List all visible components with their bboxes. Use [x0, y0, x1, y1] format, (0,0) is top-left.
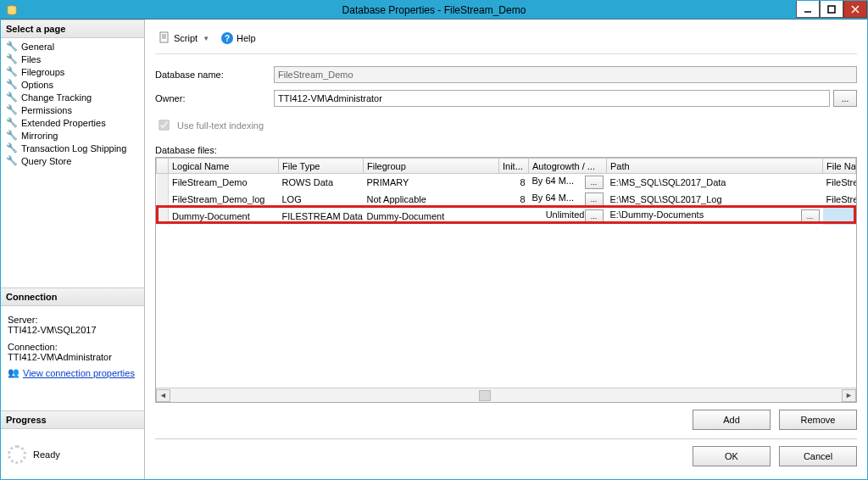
horizontal-scrollbar[interactable]: ◄ ►: [156, 388, 856, 402]
sidebar: Select a page 🔧General 🔧Files 🔧Filegroup…: [1, 20, 145, 480]
database-files-label: Database files:: [155, 145, 857, 155]
remove-button[interactable]: Remove: [779, 410, 857, 430]
col-init-size[interactable]: Init...: [499, 159, 529, 174]
script-button[interactable]: Script ▼: [155, 30, 213, 47]
nav-query-store[interactable]: 🔧Query Store: [1, 154, 144, 167]
scroll-thumb[interactable]: [479, 390, 491, 401]
help-label: Help: [236, 33, 256, 43]
title-bar: Database Properties - FileStream_Demo: [1, 1, 867, 20]
window-title: Database Properties - FileStream_Demo: [1, 4, 867, 16]
scroll-track[interactable]: [170, 389, 842, 402]
nav-options[interactable]: 🔧Options: [1, 78, 144, 91]
autogrowth-browse-button[interactable]: ...: [585, 176, 604, 189]
path-browse-button[interactable]: ...: [801, 209, 820, 223]
nav-label: Transaction Log Shipping: [21, 143, 126, 153]
nav-general[interactable]: 🔧General: [1, 40, 144, 53]
owner-input[interactable]: [274, 90, 830, 107]
connection-header: Connection: [1, 287, 144, 306]
nav-mirroring[interactable]: 🔧Mirroring: [1, 129, 144, 142]
cancel-button[interactable]: Cancel: [779, 446, 857, 466]
help-button[interactable]: ? Help: [218, 31, 259, 46]
ok-button[interactable]: OK: [693, 446, 771, 466]
nav-label: Files: [21, 54, 41, 64]
scroll-left-arrow-icon[interactable]: ◄: [156, 389, 170, 402]
table-row[interactable]: FileStream_Demo_log LOG Not Applicable 8…: [157, 191, 856, 208]
ellipsis-icon: ...: [842, 94, 849, 103]
wrench-icon: 🔧: [6, 155, 18, 166]
owner-browse-button[interactable]: ...: [833, 90, 857, 107]
svg-rect-5: [160, 32, 168, 42]
nav-files[interactable]: 🔧Files: [1, 53, 144, 65]
chevron-down-icon: ▼: [203, 35, 209, 42]
col-logical-name[interactable]: Logical Name: [169, 159, 279, 174]
nav-change-tracking[interactable]: 🔧Change Tracking: [1, 91, 144, 103]
fulltext-label: Use full-text indexing: [177, 120, 264, 131]
nav-permissions[interactable]: 🔧Permissions: [1, 103, 144, 116]
server-label: Server:: [8, 315, 137, 325]
wrench-icon: 🔧: [6, 41, 18, 52]
cell-init: 8: [499, 174, 529, 192]
wrench-icon: 🔧: [6, 104, 18, 115]
owner-label: Owner:: [155, 93, 274, 103]
col-autogrowth[interactable]: Autogrowth / ...: [529, 159, 607, 174]
cell-filename: FileStream_Demo.mdf: [823, 174, 856, 192]
select-page-header: Select a page: [1, 20, 144, 38]
cell-filename[interactable]: [823, 208, 856, 225]
fulltext-checkbox: [159, 120, 170, 131]
autogrowth-browse-button[interactable]: ...: [585, 209, 604, 223]
progress-status: Ready: [33, 449, 60, 460]
wrench-icon: 🔧: [6, 142, 18, 153]
nav-label: Permissions: [21, 105, 72, 115]
nav-transaction-log-shipping[interactable]: 🔧Transaction Log Shipping: [1, 142, 144, 154]
cell-filegroup: Not Applicable: [364, 191, 499, 208]
main-panel: Script ▼ ? Help Database name: Owner: ..…: [145, 20, 867, 480]
wrench-icon: 🔧: [6, 79, 18, 90]
nav-label: General: [21, 42, 54, 52]
close-button[interactable]: [843, 1, 867, 18]
cell-path: E:\Dummy-Documents...: [607, 208, 823, 225]
cell-filetype: ROWS Data: [279, 174, 364, 192]
progress-block: Ready: [1, 429, 144, 480]
nav-extended-properties[interactable]: 🔧Extended Properties: [1, 116, 144, 129]
minimize-button[interactable]: [796, 1, 820, 18]
cell-init: 8: [499, 191, 529, 208]
connection-people-icon: 👥: [8, 367, 19, 378]
wrench-icon: 🔧: [6, 117, 18, 128]
cell-logical: Dummy-Document: [169, 208, 279, 225]
cell-filetype: LOG: [279, 191, 364, 208]
nav-filegroups[interactable]: 🔧Filegroups: [1, 65, 144, 78]
cell-filetype: FILESTREAM Data: [279, 208, 364, 225]
cell-logical: FileStream_Demo_log: [169, 191, 279, 208]
col-file-name[interactable]: File Name: [823, 159, 856, 174]
view-connection-properties-link[interactable]: View connection properties: [23, 368, 135, 378]
connection-value: TTI412-VM\Administrator: [8, 352, 137, 362]
cell-autogrowth: Unlimited...: [529, 208, 607, 225]
table-row[interactable]: Dummy-Document FILESTREAM Data Dummy-Doc…: [157, 208, 856, 225]
svg-rect-2: [828, 6, 835, 13]
progress-spinner-icon: [8, 445, 26, 464]
cell-filename: FileStream_Demo_log.ldf: [823, 191, 856, 208]
col-filegroup[interactable]: Filegroup: [364, 159, 499, 174]
wrench-icon: 🔧: [6, 66, 18, 77]
cell-autogrowth: By 64 M......: [529, 174, 607, 192]
cell-path: E:\MS_SQL\SQL2017_Data: [607, 174, 823, 192]
maximize-button[interactable]: [820, 1, 843, 18]
wrench-icon: 🔧: [6, 53, 18, 64]
table-row[interactable]: FileStream_Demo ROWS Data PRIMARY 8 By 6…: [157, 174, 856, 192]
grid-header-row: Logical Name File Type Filegroup Init...…: [157, 159, 856, 174]
col-file-type[interactable]: File Type: [279, 159, 364, 174]
cell-autogrowth: By 64 M......: [529, 191, 607, 208]
database-files-grid[interactable]: Logical Name File Type Filegroup Init...…: [155, 157, 857, 403]
autogrowth-browse-button[interactable]: ...: [585, 193, 604, 206]
col-path[interactable]: Path: [607, 159, 823, 174]
page-nav-list: 🔧General 🔧Files 🔧Filegroups 🔧Options 🔧Ch…: [1, 38, 144, 172]
scroll-right-arrow-icon[interactable]: ►: [842, 389, 856, 402]
nav-label: Options: [21, 80, 53, 90]
cell-filegroup: Dummy-Document: [364, 208, 499, 225]
connection-label: Connection:: [8, 342, 137, 352]
cell-path: E:\MS_SQL\SQL2017_Log: [607, 191, 823, 208]
add-button[interactable]: Add: [693, 410, 771, 430]
nav-label: Extended Properties: [21, 118, 106, 128]
nav-label: Filegroups: [21, 67, 64, 77]
nav-label: Mirroring: [21, 131, 58, 141]
